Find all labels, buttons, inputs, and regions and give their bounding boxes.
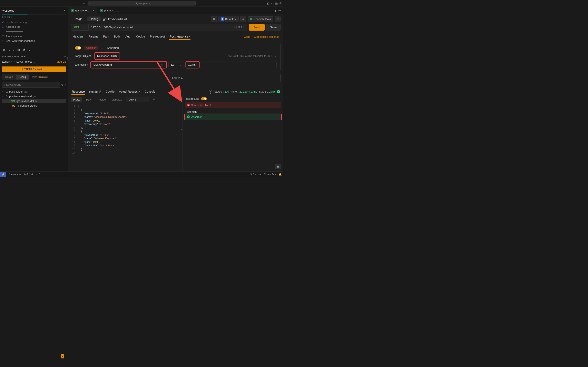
method-select[interactable]: GET ⌄: [71, 24, 89, 31]
remote-button[interactable]: ⚡: [0, 172, 6, 177]
operator-select[interactable]: Eq ⌄: [168, 62, 184, 68]
welcome-task[interactable]: Accept a tab: [2, 25, 66, 29]
nav-back-icon[interactable]: ←: [83, 2, 85, 5]
add-task-button[interactable]: + Add Task: [71, 74, 281, 82]
crumb-project[interactable]: Local Project: [16, 60, 32, 63]
wand-icon[interactable]: ✎: [161, 63, 164, 66]
close-icon[interactable]: ✕: [63, 9, 66, 12]
bell-icon[interactable]: 🔔: [279, 173, 282, 176]
golive-button[interactable]: ⏻ Go Live: [250, 173, 261, 176]
tree-folder[interactable]: › 🗀 basic folder (11): [2, 89, 66, 94]
subtab-auth[interactable]: Auth: [125, 34, 132, 40]
send-button[interactable]: Send: [249, 24, 265, 31]
search-icon[interactable]: ⌕: [8, 48, 10, 52]
fmt-visualize[interactable]: Visualize: [110, 97, 123, 102]
chevron-down-icon[interactable]: ⌄: [33, 60, 35, 63]
tree-search[interactable]: ⌕: [2, 82, 60, 88]
add-icon[interactable]: +: [65, 82, 66, 88]
more-icon[interactable]: ⋯: [278, 9, 281, 12]
echoapi-icon[interactable]: ◉: [23, 48, 26, 52]
resp-tab-console[interactable]: Console: [144, 89, 156, 95]
test-results-toggle[interactable]: [201, 97, 207, 100]
welcome-task[interactable]: Chat with your codebase: [2, 39, 66, 43]
drag-handle-icon[interactable]: ⋮⋮: [66, 57, 72, 60]
target-object-select[interactable]: Response JSON: [95, 53, 120, 59]
welcome-task[interactable]: ✓Finish onboarding: [2, 20, 66, 25]
tests-mode[interactable]: Tests: [32, 76, 37, 78]
files-icon[interactable]: ⧉: [3, 48, 5, 52]
resp-tab-cookie[interactable]: Cookie: [105, 89, 115, 95]
editor-tab[interactable]: H purchase o...: [97, 7, 122, 14]
chevron-down-icon[interactable]: ⌄: [275, 55, 277, 58]
ext-icon[interactable]: ⊞: [17, 48, 20, 52]
fmt-pretty[interactable]: Pretty: [71, 97, 82, 102]
global-postresponse-link[interactable]: Global postResponse: [254, 35, 279, 38]
chevron-down-icon[interactable]: ⌄: [63, 67, 66, 72]
tree-item[interactable]: GET get keyboardsList: [2, 99, 66, 103]
close-icon[interactable]: ✕: [92, 9, 95, 12]
chevron-down-icon[interactable]: ⌄: [28, 49, 30, 51]
encoding-select[interactable]: UTF-8 ⌄: [126, 97, 149, 102]
subtab-params[interactable]: Params: [88, 34, 99, 40]
chevron-down-icon[interactable]: ⌄: [101, 47, 103, 49]
globe-icon[interactable]: ⊕: [209, 90, 212, 94]
debug-mode-tab[interactable]: Debug: [16, 75, 29, 80]
team-up-link[interactable]: Team Up: [55, 60, 66, 63]
subtab-path[interactable]: Path: [103, 34, 109, 40]
ports-indicator[interactable]: ᯤ 0: [36, 173, 40, 176]
copy-icon[interactable]: ⧉: [153, 98, 155, 101]
layout-bottom-icon[interactable]: ▭: [271, 2, 274, 5]
expression-input[interactable]: $[0].keyboardId ✎: [91, 62, 166, 68]
settings-gear-icon[interactable]: ⚙: [279, 2, 282, 5]
url-input[interactable]: 127.0.0.1:8080/api/keyboardsList http/1.…: [89, 24, 247, 31]
locate-icon[interactable]: ⊕: [61, 82, 63, 88]
subtab-postresponse[interactable]: Post-response: [169, 34, 190, 40]
problems-indicator[interactable]: ⊘ 0 ⚠ 0: [24, 173, 33, 176]
editor-tab[interactable]: H get keyboa... ✕: [68, 7, 97, 14]
subtab-body[interactable]: Body: [113, 34, 121, 40]
debug-view-tab[interactable]: Debug: [87, 17, 101, 21]
resp-tab-headers[interactable]: Headers3: [89, 89, 102, 95]
welcome-task[interactable]: ✓Prompt an edit: [2, 29, 66, 34]
nav-fwd-icon[interactable]: →: [88, 2, 91, 5]
resp-tab-response[interactable]: Response: [71, 89, 85, 95]
branch-icon[interactable]: ⑂: [13, 48, 15, 52]
subtab-cookie[interactable]: Cookie: [136, 34, 146, 40]
tree-item[interactable]: POST purchase orders: [2, 103, 66, 108]
split-icon[interactable]: ◨: [274, 9, 276, 12]
tree-search-input[interactable]: [6, 83, 58, 86]
fmt-preview[interactable]: Preview: [95, 97, 107, 102]
subtab-headers[interactable]: Headers: [72, 34, 84, 40]
list-icon[interactable]: ≡: [240, 16, 246, 22]
design-view-tab[interactable]: Design: [71, 17, 85, 21]
layout-right-icon[interactable]: ◨: [275, 2, 278, 5]
json-body[interactable]: 1[2 {3 "keyboardId": "12345",4 "name": "…: [68, 104, 182, 156]
more-icon[interactable]: ⋯: [64, 55, 66, 58]
env-select[interactable]: D Default ⌄: [218, 16, 239, 22]
fmt-raw[interactable]: Raw: [85, 97, 93, 102]
chevron-right-icon[interactable]: ›: [181, 128, 182, 130]
compare-value-input[interactable]: 12345: [186, 62, 199, 68]
check-icon: ✓: [2, 21, 4, 24]
layout-left-icon[interactable]: ◧: [267, 2, 269, 5]
cursor-tab[interactable]: Cursor Tab: [264, 173, 276, 176]
http-version-select[interactable]: http/1.1⌄: [234, 26, 245, 29]
settings-icon[interactable]: ⚙: [211, 16, 217, 22]
add-icon[interactable]: +: [277, 90, 280, 93]
export-icon[interactable]: ⎘: [275, 16, 281, 22]
code-link[interactable]: Code: [244, 35, 250, 38]
design-mode-tab[interactable]: Design: [2, 75, 16, 80]
subtab-prerequest[interactable]: Pre-request: [149, 34, 165, 40]
new-request-button[interactable]: HTTP1/2 Request ⌄: [2, 67, 66, 72]
tree-folder[interactable]: ⌄ 🗀 purchase keyboard (2): [2, 94, 66, 99]
branch-indicator[interactable]: ⑂ master ⟳: [9, 173, 21, 176]
crumb-root[interactable]: EchoAPI: [2, 60, 12, 63]
resp-tab-actual[interactable]: Actual Request: [119, 89, 141, 95]
generate-data-button[interactable]: ▦ Generate Data: [248, 16, 273, 22]
save-button[interactable]: Save: [266, 24, 281, 31]
layout-toggle-icon[interactable]: ▦: [275, 164, 281, 169]
extra-input[interactable]: [201, 62, 277, 68]
welcome-task[interactable]: Ask a question: [2, 34, 66, 39]
command-search[interactable]: ⌕ jigsaw-puzzle: [88, 1, 196, 6]
assertion-toggle[interactable]: [75, 46, 81, 50]
